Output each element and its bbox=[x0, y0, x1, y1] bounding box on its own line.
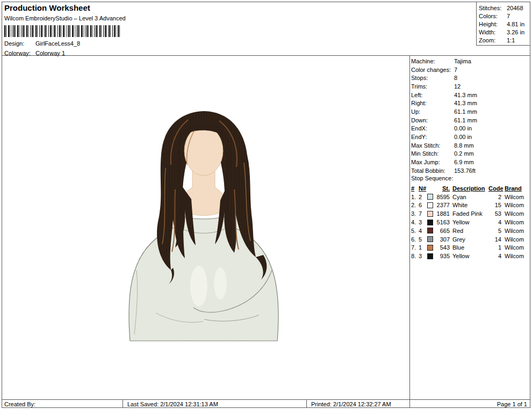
machine-label: Down: bbox=[411, 117, 454, 123]
machine-label: Up: bbox=[411, 108, 454, 115]
stop-row-num: 7. bbox=[411, 244, 419, 251]
stop-sequence-header: # N# St. Description Code Brand bbox=[411, 184, 530, 193]
machine-label: Total Bobbin: bbox=[411, 167, 454, 174]
stop-row-needle: 2 bbox=[419, 194, 427, 200]
machine-label: Max Jump: bbox=[411, 159, 454, 165]
stop-row-description: Cyan bbox=[450, 194, 488, 200]
machine-row: EndY:0.00 in bbox=[411, 133, 530, 141]
col-header-num: # bbox=[411, 185, 419, 192]
stop-sequence-row: 4. 3 5163 Yellow 4 Wilcom bbox=[411, 218, 530, 227]
stop-row-needle: 3 bbox=[419, 219, 427, 225]
stop-row-stitches: 665 bbox=[436, 228, 450, 234]
stop-row-num: 2. bbox=[411, 202, 419, 208]
machine-row: Right:41.3 mm bbox=[411, 99, 530, 107]
machine-row: EndX:0.00 in bbox=[411, 125, 530, 133]
summary-label: Stitches: bbox=[477, 5, 507, 11]
stop-row-stitches: 543 bbox=[436, 244, 450, 251]
stop-row-num: 3. bbox=[411, 210, 419, 217]
swatch-cell bbox=[427, 220, 436, 225]
production-worksheet-page: Production Worksheet Wilcom EmbroiderySt… bbox=[0, 0, 532, 409]
stop-row-brand: Wilcom bbox=[501, 202, 527, 208]
col-header-code: Code bbox=[488, 185, 501, 192]
page-number: Page 1 of 1 bbox=[409, 400, 530, 408]
stop-row-needle: 1 bbox=[419, 244, 427, 251]
machine-row: Machine:Tajima bbox=[411, 57, 530, 65]
machine-value: 41.3 mm bbox=[454, 100, 477, 106]
stop-row-brand: Wilcom bbox=[501, 219, 527, 225]
stop-row-code: 53 bbox=[488, 210, 501, 217]
machine-row: Max Stitch:8.8 mm bbox=[411, 141, 530, 150]
summary-label: Width: bbox=[477, 29, 507, 35]
machine-info-panel: Machine:Tajima Color changes:7 Stops:8 T… bbox=[411, 57, 530, 175]
stop-sequence-row: 5. 4 665 Red 5 Wilcom bbox=[411, 227, 530, 235]
stop-row-stitches: 307 bbox=[436, 236, 450, 243]
stop-row-description: Yellow bbox=[450, 253, 488, 259]
stop-row-stitches: 935 bbox=[436, 253, 450, 259]
stop-row-num: 6. bbox=[411, 236, 419, 243]
thread-color-swatch bbox=[427, 211, 433, 217]
machine-label: Color changes: bbox=[411, 67, 454, 73]
stop-row-brand: Wilcom bbox=[501, 244, 527, 251]
stop-sequence-row: 6. 5 307 Grey 14 Wilcom bbox=[411, 235, 530, 244]
stop-sequence-title: Stop Sequence: bbox=[411, 175, 530, 184]
stop-row-stitches: 5163 bbox=[436, 219, 450, 225]
stop-row-needle: 6 bbox=[419, 202, 427, 208]
design-row: Design: GirlFaceLess4_8 bbox=[4, 40, 126, 47]
machine-value: 8 bbox=[454, 75, 457, 81]
stop-row-num: 8. bbox=[411, 253, 419, 259]
machine-label: Left: bbox=[411, 92, 454, 98]
summary-label: Height: bbox=[477, 21, 507, 27]
stop-row-description: Faded Pink bbox=[450, 210, 488, 217]
col-header-brand: Brand bbox=[501, 185, 527, 192]
thread-color-swatch bbox=[427, 236, 433, 242]
machine-value: 0.00 in bbox=[454, 134, 472, 140]
embroidery-design-preview bbox=[124, 109, 285, 342]
thread-color-swatch bbox=[427, 220, 433, 225]
thread-color-swatch bbox=[427, 228, 433, 233]
machine-label: EndX: bbox=[411, 125, 454, 132]
design-canvas bbox=[2, 56, 409, 399]
summary-value: 3.26 in bbox=[507, 29, 524, 35]
machine-label: Min Stitch: bbox=[411, 150, 454, 157]
thread-color-swatch bbox=[427, 253, 433, 259]
stop-row-brand: Wilcom bbox=[501, 194, 527, 200]
stop-row-code: 2 bbox=[488, 194, 501, 200]
stop-row-description: Red bbox=[450, 228, 488, 234]
stop-row-brand: Wilcom bbox=[501, 228, 527, 234]
summary-value: 20468 bbox=[507, 5, 523, 11]
machine-label: Right: bbox=[411, 100, 454, 106]
machine-label: EndY: bbox=[411, 134, 454, 140]
summary-label: Colors: bbox=[477, 13, 507, 19]
swatch-cell bbox=[427, 236, 436, 242]
machine-value: 153.76ft bbox=[454, 167, 476, 174]
stop-row-description: Grey bbox=[450, 236, 488, 243]
stop-sequence-row: 7. 1 543 Blue 1 Wilcom bbox=[411, 244, 530, 252]
barcode bbox=[4, 25, 120, 37]
stop-row-brand: Wilcom bbox=[501, 236, 527, 243]
printed-text: Printed: 2/1/2024 12:32:27 AM bbox=[306, 400, 409, 408]
stop-row-needle: 7 bbox=[419, 210, 427, 217]
machine-value: 12 bbox=[454, 83, 461, 90]
stop-row-num: 5. bbox=[411, 228, 419, 234]
stop-sequence-row: 2. 6 2377 White 15 Wilcom bbox=[411, 201, 530, 210]
thread-color-swatch bbox=[427, 245, 433, 251]
machine-row: Trims:12 bbox=[411, 82, 530, 91]
stop-sequence-section: Stop Sequence: # N# St. Description Code… bbox=[411, 175, 530, 260]
machine-value: 61.1 mm bbox=[454, 117, 477, 123]
summary-row: Colors:7 bbox=[477, 12, 530, 20]
stop-sequence-row: 1. 2 8595 Cyan 2 Wilcom bbox=[411, 193, 530, 201]
machine-label: Trims: bbox=[411, 83, 454, 90]
machine-label: Max Stitch: bbox=[411, 142, 454, 149]
machine-value: 0.00 in bbox=[454, 125, 472, 132]
machine-row: Color changes:7 bbox=[411, 65, 530, 74]
page-title: Production Worksheet bbox=[4, 3, 126, 12]
stop-row-code: 14 bbox=[488, 236, 501, 243]
created-by-label: Created By: bbox=[2, 400, 123, 408]
swatch-cell bbox=[427, 245, 436, 251]
machine-value: 41.3 mm bbox=[454, 92, 477, 98]
last-saved-text: Last Saved: 2/1/2024 12:31:13 AM bbox=[123, 400, 306, 408]
swatch-cell bbox=[427, 228, 436, 233]
machine-value: 8.8 mm bbox=[454, 142, 474, 149]
swatch-cell bbox=[427, 194, 436, 200]
summary-row: Width:3.26 in bbox=[477, 28, 530, 36]
